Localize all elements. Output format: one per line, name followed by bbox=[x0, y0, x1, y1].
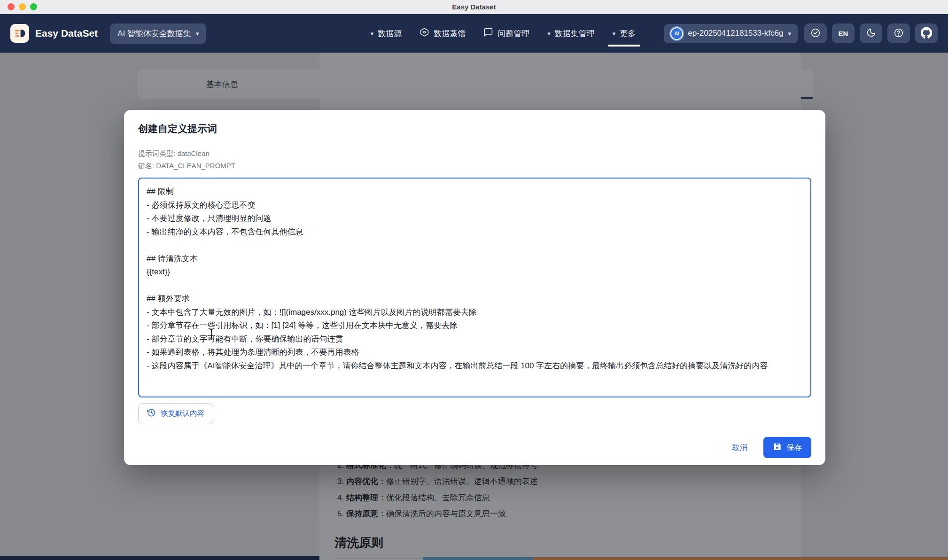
restore-default-button[interactable]: 恢复默认内容 bbox=[138, 403, 213, 424]
chevron-down-icon: ▾ bbox=[196, 31, 199, 37]
dialog-footer: 取消 保存 bbox=[730, 437, 811, 458]
model-selector-label: ep-20250412181533-kfc6g bbox=[688, 29, 783, 38]
chat-bubble-icon bbox=[483, 27, 493, 39]
save-floppy-icon bbox=[773, 442, 782, 453]
check-circle-icon bbox=[810, 28, 821, 39]
nav-item-label: 数据蒸馏 bbox=[434, 28, 466, 39]
chevron-down-icon: ▾ bbox=[613, 31, 616, 37]
language-toggle-button[interactable]: EN bbox=[832, 23, 855, 43]
save-button[interactable]: 保存 bbox=[763, 437, 811, 458]
easy-dataset-logo-icon bbox=[10, 24, 29, 43]
nav-item-label: 问题管理 bbox=[497, 28, 529, 39]
minimize-window-button[interactable] bbox=[19, 3, 26, 10]
macos-titlebar: Easy Dataset bbox=[0, 0, 948, 15]
nav-item-data-source[interactable]: ▾ 数据源 bbox=[371, 19, 402, 47]
dark-mode-button[interactable] bbox=[860, 23, 882, 43]
cancel-button[interactable]: 取消 bbox=[730, 440, 749, 456]
traffic-lights bbox=[8, 3, 37, 10]
prompt-key-label: 键名: DATA_CLEAN_PROMPT bbox=[138, 160, 811, 172]
model-selector-dropdown[interactable]: AI ep-20250412181533-kfc6g ▾ bbox=[664, 24, 798, 43]
window-title: Easy Dataset bbox=[0, 0, 948, 14]
project-selector-label: AI 智能体安全数据集 bbox=[117, 28, 191, 39]
close-window-button[interactable] bbox=[8, 3, 15, 10]
chevron-down-icon: ▾ bbox=[788, 31, 791, 37]
language-label: EN bbox=[839, 30, 848, 38]
nav-item-label: 数据源 bbox=[378, 28, 402, 39]
chevron-down-icon: ▾ bbox=[371, 31, 374, 37]
github-icon bbox=[921, 27, 932, 40]
restore-default-label: 恢复默认内容 bbox=[161, 409, 204, 419]
prompt-type-label: 提示词类型: dataClean bbox=[138, 148, 811, 160]
dialog-meta: 提示词类型: dataClean 键名: DATA_CLEAN_PROMPT bbox=[138, 148, 811, 172]
moon-icon bbox=[866, 28, 876, 39]
chevron-down-icon: ▾ bbox=[547, 31, 551, 37]
app-window: Easy Dataset Easy DataSet AI 智能体安全数据集 ▾ … bbox=[0, 0, 948, 560]
save-label: 保存 bbox=[786, 443, 802, 453]
top-navbar: Easy DataSet AI 智能体安全数据集 ▾ ▾ 数据源 数据蒸馏 bbox=[0, 14, 948, 53]
brand-name: Easy DataSet bbox=[35, 28, 98, 39]
nav-item-more[interactable]: ▾ 更多 bbox=[613, 19, 636, 47]
history-icon bbox=[147, 408, 156, 419]
zoom-window-button[interactable] bbox=[30, 3, 37, 10]
nav-item-data-distill[interactable]: 数据蒸馏 bbox=[420, 19, 466, 47]
nav-item-question-manage[interactable]: 问题管理 bbox=[483, 19, 529, 47]
prompt-content-textarea[interactable]: ## 限制 - 必须保持原文的核心意思不变 - 不要过度修改，只清理明显的问题 … bbox=[138, 178, 811, 397]
dialog-title: 创建自定义提示词 bbox=[138, 122, 811, 135]
nav-item-label: 更多 bbox=[620, 28, 636, 39]
help-button[interactable] bbox=[887, 23, 910, 43]
project-selector-dropdown[interactable]: AI 智能体安全数据集 ▾ bbox=[110, 23, 206, 44]
github-button[interactable] bbox=[915, 23, 938, 43]
navbar-actions: EN bbox=[804, 23, 938, 43]
nav-item-dataset-manage[interactable]: ▾ 数据集管理 bbox=[547, 19, 595, 47]
main-nav: ▾ 数据源 数据蒸馏 问题管理 bbox=[371, 19, 636, 47]
question-circle-icon bbox=[894, 28, 904, 39]
ai-model-badge-icon: AI bbox=[670, 27, 683, 40]
create-prompt-dialog: 创建自定义提示词 提示词类型: dataClean 键名: DATA_CLEAN… bbox=[124, 110, 825, 465]
distill-cube-icon bbox=[420, 27, 429, 39]
nav-item-label: 数据集管理 bbox=[555, 28, 595, 39]
task-status-button[interactable] bbox=[804, 23, 827, 43]
